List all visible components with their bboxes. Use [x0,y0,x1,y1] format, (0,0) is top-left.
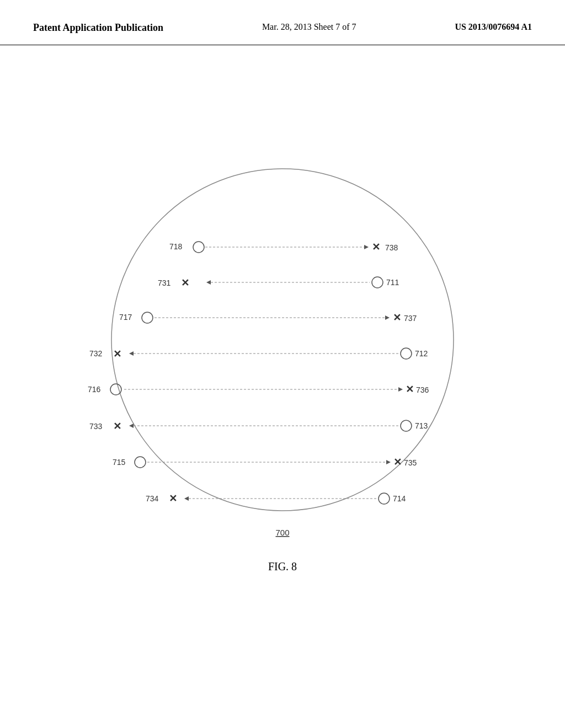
diagram-container: 718 ✕ 738 ✕ 731 711 717 ✕ 737 ✕ 732 712 [0,45,565,652]
label-736: 736 [416,386,429,394]
node-714-circle [379,493,390,504]
node-732-cross: ✕ [113,349,121,360]
arrow-732-712 [129,351,134,356]
arrow-715-735 [386,460,391,464]
label-734: 734 [146,494,159,503]
label-714: 714 [393,494,406,503]
label-738: 738 [385,243,398,252]
node-713-circle [401,420,412,431]
node-738-cross: ✕ [372,242,380,253]
label-737: 737 [404,314,417,323]
label-732: 732 [89,349,103,358]
node-731-cross: ✕ [181,277,189,288]
label-715: 715 [113,458,126,467]
node-716-circle [110,384,121,395]
node-712-circle [401,348,412,359]
diagram-svg: 718 ✕ 738 ✕ 731 711 717 ✕ 737 ✕ 732 712 [34,125,531,555]
page-header: Patent Application Publication Mar. 28, … [0,0,565,45]
node-715-circle [135,457,146,468]
arrow-717-737 [385,315,390,320]
node-735-cross: ✕ [393,457,402,468]
label-731: 731 [158,279,171,287]
arrow-716-736 [398,387,403,392]
arrow-731-711 [206,280,211,285]
node-711-circle [372,277,383,288]
node-733-cross: ✕ [113,421,121,432]
label-716: 716 [88,385,101,394]
node-717-circle [142,312,153,323]
arrow-718-738 [364,245,369,249]
label-717: 717 [119,313,132,322]
label-735: 735 [404,458,417,467]
label-718: 718 [169,242,183,251]
header-left-text: Patent Application Publication [33,22,163,34]
main-circle [111,169,454,511]
label-712: 712 [415,349,428,358]
header-center-text: Mar. 28, 2013 Sheet 7 of 7 [262,22,356,32]
label-711: 711 [386,278,399,287]
node-736-cross: ✕ [406,384,414,395]
arrow-733-713 [129,424,134,428]
node-737-cross: ✕ [393,312,401,323]
label-713: 713 [415,421,428,430]
figure-number-label: 700 [275,528,289,537]
label-733: 733 [89,422,103,431]
node-718-circle [193,242,204,253]
node-734-cross: ✕ [169,493,177,504]
arrow-734-714 [184,496,189,501]
header-right-text: US 2013/0076694 A1 [455,22,532,32]
figure-caption: FIG. 8 [268,560,297,573]
